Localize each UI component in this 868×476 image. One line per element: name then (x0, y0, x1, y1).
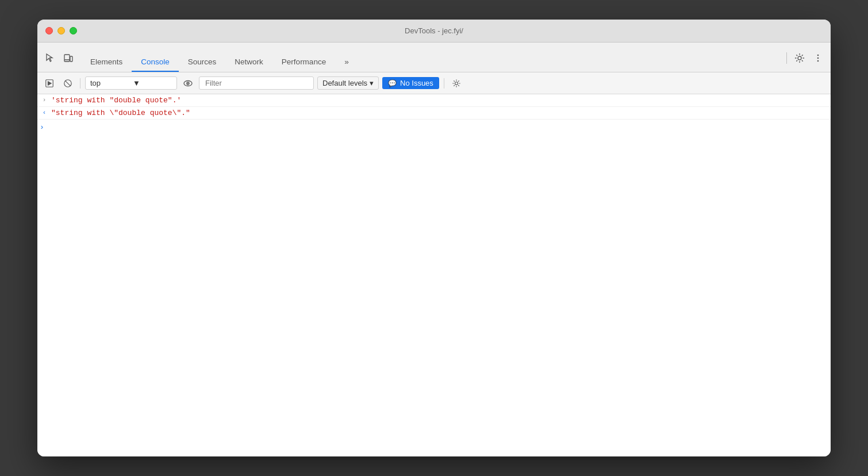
devtools-window: DevTools - jec.fyi/ Elements (37, 20, 831, 456)
maximize-button[interactable] (70, 27, 77, 34)
traffic-lights (45, 27, 77, 34)
prompt-arrow-icon: › (40, 123, 44, 132)
context-value: top (90, 79, 129, 87)
window-title: DevTools - jec.fyi/ (405, 26, 463, 35)
filter-input[interactable] (199, 76, 314, 90)
svg-point-14 (455, 82, 458, 85)
svg-point-13 (187, 83, 189, 84)
tab-more[interactable]: » (335, 53, 358, 72)
console-content: › 'string with "double quote".' ‹ "strin… (37, 94, 831, 456)
line-1-gutter[interactable]: › (37, 96, 51, 103)
eye-button[interactable] (180, 76, 195, 91)
svg-point-5 (817, 57, 819, 59)
svg-point-6 (817, 60, 819, 62)
console-gear-icon (452, 79, 461, 88)
settings-button[interactable] (792, 50, 808, 66)
default-levels-button[interactable]: Default levels ▾ (317, 76, 379, 90)
tab-console[interactable]: Console (132, 53, 179, 72)
separator-1 (786, 52, 787, 64)
context-dropdown[interactable]: top ▼ (85, 76, 177, 90)
console-line-2: ‹ "string with \"double quote\"." (37, 107, 831, 120)
toolbar-sep-1 (80, 78, 80, 89)
no-issues-label: No Issues (400, 79, 433, 87)
console-settings-button[interactable] (449, 76, 464, 91)
three-dots-icon (813, 53, 823, 63)
tab-bar-right (779, 50, 826, 72)
console-prompt-line[interactable]: › (37, 120, 831, 135)
svg-marker-8 (48, 81, 51, 85)
tab-network[interactable]: Network (225, 53, 272, 72)
title-bar: DevTools - jec.fyi/ (37, 20, 831, 43)
more-menu-button[interactable] (810, 50, 826, 66)
clear-icon (63, 79, 72, 88)
svg-line-10 (65, 80, 71, 86)
svg-rect-1 (70, 56, 72, 62)
toolbar-sep-2 (444, 78, 444, 89)
clear-console-button[interactable] (60, 76, 75, 91)
tab-performance[interactable]: Performance (272, 53, 335, 72)
console-output-2: "string with \"double quote\"." (51, 109, 190, 117)
svg-point-4 (817, 55, 819, 56)
line-2-gutter: ‹ (37, 109, 51, 116)
console-toolbar: top ▼ Default levels ▾ 💬 No Issues (37, 72, 831, 94)
gear-icon (794, 53, 805, 63)
svg-rect-0 (64, 55, 70, 62)
tab-elements[interactable]: Elements (81, 53, 132, 72)
console-line-1: › 'string with "double quote".' (37, 94, 831, 107)
inspect-element-button[interactable] (42, 50, 58, 66)
levels-arrow-icon: ▾ (370, 79, 374, 87)
default-levels-label: Default levels (322, 79, 367, 87)
close-button[interactable] (45, 27, 53, 34)
cursor-icon (45, 53, 55, 63)
expand-arrow-icon[interactable]: › (43, 97, 47, 103)
no-issues-button[interactable]: 💬 No Issues (382, 77, 439, 89)
device-icon (63, 53, 74, 63)
tab-sources[interactable]: Sources (179, 53, 226, 72)
device-toolbar-button[interactable] (60, 50, 76, 66)
no-issues-icon: 💬 (388, 79, 397, 87)
dropdown-arrow-icon: ▼ (133, 79, 172, 87)
run-script-button[interactable] (42, 76, 57, 91)
console-output-1: 'string with "double quote".' (51, 96, 181, 105)
run-icon (45, 79, 54, 88)
svg-point-3 (798, 56, 801, 60)
eye-icon (183, 78, 193, 89)
tab-bar-icons (42, 50, 81, 72)
minimize-button[interactable] (57, 27, 65, 34)
tab-bar: Elements Console Sources Network Perform… (37, 43, 831, 72)
main-tabs: Elements Console Sources Network Perform… (81, 53, 779, 72)
input-arrow-icon: ‹ (43, 109, 47, 116)
